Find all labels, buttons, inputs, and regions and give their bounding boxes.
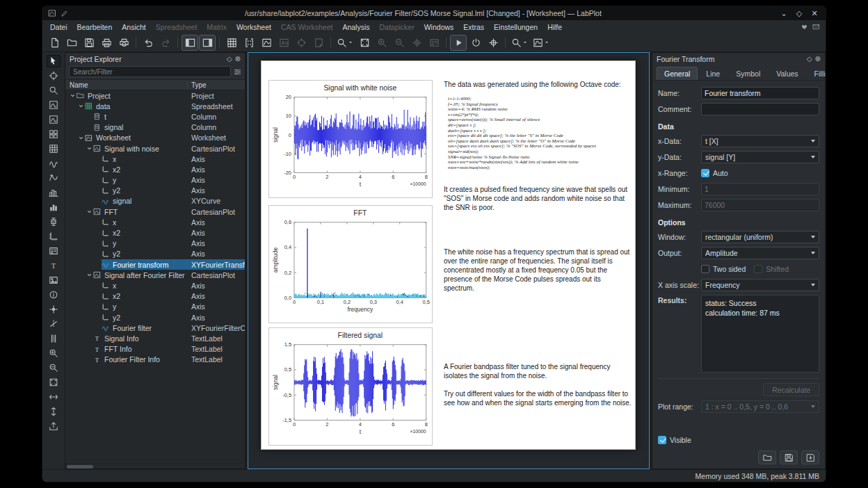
column-header-name[interactable]: Name [65,81,188,89]
tree-item-x[interactable]: xAxis [65,154,245,164]
add-text-label-button[interactable]: T [47,259,61,272]
tree-item-fourier-filter[interactable]: Fourier filterXYFourierFilterCurve [65,323,245,333]
expander-icon[interactable] [78,103,85,109]
scrollbar-thumb[interactable] [67,465,93,469]
expander-icon[interactable] [86,209,93,215]
add-reference-range-button[interactable] [47,332,61,345]
tree-item-x[interactable]: xAxis [65,280,245,291]
visible-checkbox[interactable] [658,436,666,444]
tree-item-y2[interactable]: y2Axis [65,249,245,259]
tree-item-data[interactable]: dataSpreadsheet [65,101,245,111]
tree-item-signal-with-noise[interactable]: Signal with noiseCartesianPlot [65,143,245,154]
plot-signal-with-noise[interactable]: Signal with white noisesignal02468-20-10… [268,80,433,198]
tree-item-y2[interactable]: y2Axis [65,186,245,196]
x-axis-scale-select[interactable]: Frequency [701,279,819,291]
plot-filtered-signal[interactable]: Filtered signalsignal024681,50,5-0,5-1,5… [268,327,433,446]
zoom-mode-button[interactable] [467,35,484,51]
add-centered-plot-button[interactable] [47,128,61,140]
y-data-select[interactable]: signal [Y] [701,151,819,163]
save-file-button[interactable] [81,35,97,51]
new-document-button[interactable] [46,35,63,51]
zoom-fit-y-button[interactable] [47,405,61,418]
zoom-selection-mode-button[interactable] [47,84,61,97]
column-header-type[interactable]: Type [188,81,207,89]
expander-icon[interactable] [70,92,77,99]
tab-symbol[interactable]: Symbol [728,67,768,80]
close-button[interactable]: ✕ [809,9,820,18]
tree-item-signal[interactable]: signalColumn [65,122,245,133]
toggle-properties-dock-button[interactable] [199,35,216,51]
worksheet-view[interactable]: Signal with white noisesignal02468-20-10… [248,52,650,469]
x-data-select[interactable]: t [X] [701,135,819,147]
menu-hilfe[interactable]: Hilfe [542,22,567,33]
menu-analysis[interactable]: Analysis [337,22,374,33]
dock-close-icon[interactable]: ⊗ [815,55,821,63]
donate-icon[interactable] [801,23,808,31]
minimize-button[interactable]: ⌄ [778,9,789,18]
tab-general[interactable]: General [657,67,698,80]
plot-fft[interactable]: FFTamplitude00,10,20,30,40,50,00,20,40,6… [268,205,433,323]
magnification-button[interactable] [509,35,530,51]
window-select[interactable]: rectangular (uniform) [701,231,819,243]
open-file-button[interactable] [63,35,80,51]
toggle-project-explorer-button[interactable] [182,35,198,51]
zoom-fit-button[interactable] [47,376,61,389]
undo-button[interactable] [140,35,156,51]
add-xy-curve-button[interactable] [47,157,61,170]
tree-item-t[interactable]: tColumn [65,111,245,122]
menu-bearbeiten[interactable]: Bearbeiten [72,22,118,33]
add-info-element-button[interactable] [47,288,61,301]
two-sided-checkbox[interactable] [701,265,709,273]
tree-item-fourier-filter-info[interactable]: TFourier Filter InfoTextLabel [65,355,245,365]
save-as-default-button[interactable] [801,450,819,464]
pin-icon[interactable] [61,10,68,17]
fit-page-button[interactable] [356,35,373,51]
maximize-button[interactable]: ◇ [794,9,805,18]
tab-line[interactable]: Line [698,67,728,80]
add-plot-template-button[interactable] [47,143,61,155]
search-input[interactable] [69,66,231,77]
add-equation-curve-button[interactable] [47,172,61,184]
add-histogram-button[interactable] [47,186,61,199]
zoom-fit-x-button[interactable] [47,391,61,403]
tree-item-y[interactable]: yAxis [65,302,245,312]
tree-item-x2[interactable]: x2Axis [65,291,245,302]
expander-icon[interactable] [86,145,93,152]
add-axis-button[interactable] [47,230,61,243]
new-worksheet-button[interactable] [258,35,275,51]
tree-item-worksheet[interactable]: WorksheetWorksheet [65,133,245,143]
export-worksheet-button[interactable] [47,420,61,432]
titlebar[interactable]: /usr/share/labplot2/examples/Analysis/Fo… [42,6,826,20]
close-panel-icon[interactable]: ⊗ [235,55,241,63]
zoom-select-button[interactable] [335,35,355,51]
horizontal-scrollbar[interactable] [65,463,245,469]
crosshair-mode-button[interactable] [47,70,61,82]
add-bar-plot-button[interactable] [47,201,61,213]
tree-item-x2[interactable]: x2Axis [65,227,245,238]
tree-item-y2[interactable]: y2Axis [65,312,245,323]
tree-item-signal-info[interactable]: TSignal InfoTextLabel [65,333,245,343]
output-select[interactable]: Amplitude [701,247,819,259]
tree-item-x[interactable]: xAxis [65,217,245,227]
tab-values[interactable]: Values [769,67,805,80]
tree-item-fourier-transform[interactable]: Fourier transformXYFourierTransformCurve [65,259,245,270]
filter-options-icon[interactable] [234,68,241,76]
navigate-mode-button[interactable] [450,35,467,51]
selection-mode-button[interactable] [485,35,501,51]
tree-item-y[interactable]: yAxis [65,175,245,186]
add-box-plot-button[interactable] [47,215,61,228]
menu-worksheet[interactable]: Worksheet [232,22,276,33]
dock-float-icon[interactable]: ◇ [807,55,812,63]
auto-checkbox[interactable] [701,169,709,177]
dock-header[interactable]: Fourier Transform ◇ ⊗ [652,53,825,65]
print-button[interactable] [98,35,115,51]
select-mode-button[interactable] [47,55,61,67]
new-spreadsheet-button[interactable] [223,35,240,51]
tree-item-x2[interactable]: x2Axis [65,164,245,174]
tree-item-fft[interactable]: FFTCartesianPlot [65,206,245,217]
zoom-in-button[interactable] [47,347,61,359]
add-reference-line-button[interactable] [47,318,61,330]
tree-item-project[interactable]: ProjectProject [65,90,245,101]
save-configuration-button[interactable] [780,450,798,464]
menu-ansicht[interactable]: Ansicht [117,22,150,33]
